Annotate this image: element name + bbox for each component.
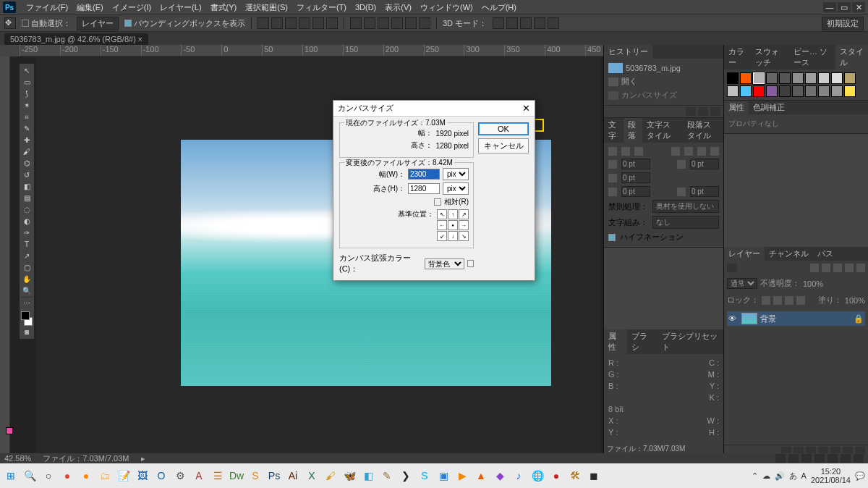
vlc-icon[interactable]: ▲: [473, 468, 489, 484]
lock-icon[interactable]: [762, 296, 770, 305]
brush-tool[interactable]: 🖌: [21, 146, 33, 157]
justify-icon[interactable]: [697, 147, 706, 156]
style-swatch[interactable]: [844, 85, 856, 97]
history-item[interactable]: 5036783_m.jpg: [607, 62, 720, 75]
menu-view[interactable]: 表示(V): [380, 2, 416, 13]
dist-icon[interactable]: [350, 17, 362, 29]
sb-icon[interactable]: [775, 454, 786, 463]
tray-chevron-icon[interactable]: ⌃: [752, 471, 758, 481]
anchor-cell-center[interactable]: [448, 220, 458, 230]
align-center-icon[interactable]: [621, 147, 630, 156]
dreamweaver-icon[interactable]: Dw: [229, 468, 244, 484]
adjust-tab[interactable]: 色調補正: [749, 101, 789, 114]
style-swatch[interactable]: [766, 72, 778, 84]
menu-image[interactable]: イメージ(I): [108, 2, 156, 13]
eyedropper-tool[interactable]: ✎: [21, 123, 33, 134]
space-input[interactable]: 0 pt: [621, 186, 650, 197]
style-swatch[interactable]: [727, 72, 739, 84]
brush-tab[interactable]: ブラシ: [627, 329, 658, 354]
tray-volume-icon[interactable]: 🔊: [775, 471, 785, 481]
charstyle-tab[interactable]: 文字スタイル: [642, 118, 683, 143]
anchor-cell[interactable]: ↖: [437, 209, 447, 219]
style-swatch[interactable]: [727, 85, 739, 97]
align-icon[interactable]: [271, 17, 283, 29]
pen-tool[interactable]: ✑: [21, 227, 33, 238]
mojikumi-dropdown[interactable]: なし: [652, 216, 719, 229]
props-tab[interactable]: 属性: [724, 101, 749, 114]
3d-icon[interactable]: [534, 17, 545, 29]
sb-icon[interactable]: [827, 454, 838, 463]
list-icon[interactable]: ☰: [210, 468, 226, 484]
filter-icon[interactable]: [856, 264, 865, 272]
brushpreset-tab[interactable]: ブラシプリセット: [658, 329, 723, 354]
justify-icon[interactable]: [684, 147, 693, 156]
wand-tool[interactable]: ✶: [21, 100, 33, 111]
extension-color-dropdown[interactable]: 背景色: [425, 258, 464, 269]
autoselect-dropdown[interactable]: レイヤー: [77, 17, 119, 30]
media1-icon[interactable]: ▶: [454, 468, 470, 484]
start-icon[interactable]: ⊞: [3, 468, 19, 484]
indent-input[interactable]: 0 pt: [690, 159, 719, 169]
align-icon[interactable]: [285, 17, 297, 29]
pen-icon[interactable]: ✎: [379, 468, 395, 484]
style-swatch[interactable]: [779, 85, 791, 97]
paths-tab[interactable]: パス: [813, 247, 838, 261]
lasso-tool[interactable]: ⟆: [21, 88, 33, 99]
height-input[interactable]: [408, 183, 440, 194]
menu-window[interactable]: ウィンドウ(W): [416, 2, 477, 13]
illustrator-icon[interactable]: Ai: [285, 468, 301, 484]
path-tool[interactable]: ↗: [21, 251, 33, 261]
dist-icon[interactable]: [405, 17, 417, 29]
music-icon[interactable]: ♪: [511, 468, 527, 484]
3d-icon[interactable]: [506, 17, 518, 29]
type-tool[interactable]: T: [21, 239, 33, 250]
menu-edit[interactable]: 編集(E): [72, 2, 108, 13]
color-swatches[interactable]: [21, 311, 33, 326]
blur-tool[interactable]: ◌: [21, 204, 33, 215]
history-brush-tool[interactable]: ↺: [21, 169, 33, 180]
cmd-icon[interactable]: ❯: [398, 468, 414, 484]
style-swatch[interactable]: [831, 72, 843, 84]
anchor-cell[interactable]: ↗: [459, 209, 469, 219]
dist-icon[interactable]: [419, 17, 430, 29]
sb-icon[interactable]: [788, 454, 799, 463]
align-icon[interactable]: [312, 17, 324, 29]
style-swatch[interactable]: [818, 85, 830, 97]
settings-icon[interactable]: ⚙: [172, 468, 188, 484]
paint-icon[interactable]: 🖌: [323, 468, 339, 484]
anchor-cell[interactable]: ↑: [448, 209, 458, 219]
style-swatch[interactable]: [818, 72, 830, 84]
history-item[interactable]: 開く: [607, 75, 720, 88]
panel-icon[interactable]: [698, 107, 708, 116]
gradient-tool[interactable]: ▤: [21, 193, 33, 203]
excel-icon[interactable]: X: [304, 468, 320, 484]
anchor-cell[interactable]: ↙: [437, 231, 447, 241]
tray-lang-icon[interactable]: A: [801, 471, 807, 480]
align-icon[interactable]: [326, 17, 338, 29]
filter-icon[interactable]: [845, 264, 854, 272]
layers-tab[interactable]: レイヤー: [724, 247, 765, 261]
menu-filter[interactable]: フィルター(T): [292, 2, 351, 13]
cortana-icon[interactable]: ○: [41, 468, 56, 484]
tray-cloud-icon[interactable]: ☁: [762, 471, 770, 481]
hand-tool[interactable]: ✋: [21, 274, 33, 285]
menu-file[interactable]: ファイル(F): [22, 2, 72, 13]
edit-toolbar[interactable]: ⋯: [21, 297, 33, 308]
paragraph-tab[interactable]: 段落: [624, 118, 643, 143]
ok-button[interactable]: OK: [478, 122, 529, 135]
visibility-icon[interactable]: 👁: [728, 314, 739, 323]
bounding-check[interactable]: [124, 20, 132, 27]
image-icon[interactable]: 🖼: [135, 468, 150, 484]
indent-input[interactable]: 0 pt: [621, 172, 650, 183]
style-swatch[interactable]: [831, 85, 843, 97]
hyphen-check[interactable]: [608, 234, 616, 241]
sb-icon[interactable]: [801, 454, 812, 463]
layer-row[interactable]: 👁 背景 🔒: [727, 311, 865, 326]
sublime-icon[interactable]: S: [247, 468, 263, 484]
style-swatch[interactable]: [805, 85, 817, 97]
kinsoku-dropdown[interactable]: 奥村を使用しない: [652, 200, 719, 213]
ext-color-swatch[interactable]: [467, 260, 474, 267]
menu-3d[interactable]: 3D(D): [351, 3, 380, 12]
align-icon[interactable]: [299, 17, 310, 29]
style-swatch[interactable]: [753, 72, 765, 84]
